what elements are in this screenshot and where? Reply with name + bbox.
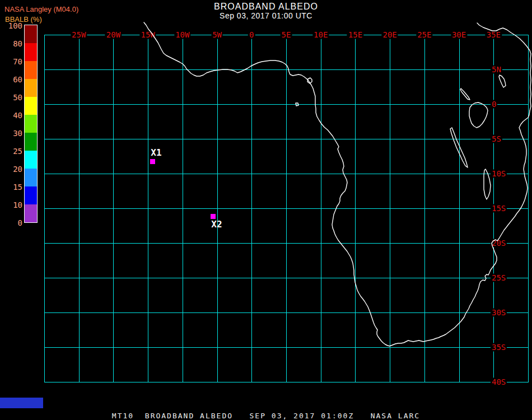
latitude-label: 5S bbox=[491, 135, 502, 143]
colorbar-segment bbox=[25, 186, 37, 204]
lake-victoria bbox=[469, 102, 488, 128]
longitude-label: 5W bbox=[211, 31, 223, 39]
colorbar-tick-label: 10 bbox=[1, 201, 22, 209]
map-marker[interactable] bbox=[211, 214, 216, 219]
latitude-label: 15S bbox=[491, 204, 507, 213]
color-scale-bar bbox=[24, 25, 38, 223]
satellite-image-viewer: BROADBAND ALBEDO Sep 03, 2017 01:00 UTC … bbox=[0, 0, 532, 420]
grid-line-horizontal bbox=[44, 139, 529, 139]
lake-albert bbox=[460, 88, 470, 100]
grid-line-horizontal bbox=[44, 104, 529, 105]
grid-line-horizontal bbox=[44, 382, 529, 382]
grid-line-horizontal bbox=[44, 347, 529, 348]
longitude-label: 10E bbox=[312, 31, 329, 39]
longitude-label: 30E bbox=[451, 31, 467, 39]
longitude-label: 5E bbox=[281, 31, 292, 39]
colorbar-segment bbox=[25, 151, 37, 169]
latitude-label: 25S bbox=[491, 274, 507, 282]
colorbar-tick-label: 40 bbox=[1, 111, 22, 119]
colorbar-tick-label: 50 bbox=[1, 94, 22, 101]
colorbar-tick-label: 70 bbox=[1, 58, 22, 66]
footer-color-box bbox=[0, 398, 43, 408]
latitude-label: 20S bbox=[491, 239, 507, 248]
latitude-label: 30S bbox=[491, 309, 507, 317]
grid-line-horizontal bbox=[44, 312, 529, 313]
latitude-label: 5N bbox=[491, 66, 502, 74]
page-title: BROADBAND ALBEDO bbox=[0, 2, 532, 12]
island-bioko bbox=[307, 78, 312, 83]
africa-coastline bbox=[0, 0, 532, 420]
colorbar-segment bbox=[25, 61, 37, 79]
longitude-label: 25W bbox=[71, 31, 87, 39]
colorbar-tick-label: 100 bbox=[1, 22, 22, 30]
grid-line-horizontal bbox=[44, 208, 529, 209]
colorbar-tick-label: 20 bbox=[1, 165, 22, 173]
coastline-mainland bbox=[144, 22, 531, 346]
colorbar-segment bbox=[25, 115, 37, 133]
colorbar-segment bbox=[25, 43, 37, 61]
status-line: MT10 BROADBAND ALBEDO SEP 03, 2017 01:00… bbox=[0, 412, 532, 420]
colorbar-segment bbox=[25, 79, 37, 97]
colorbar-tick-label: 15 bbox=[1, 183, 22, 191]
colorbar-segment bbox=[25, 133, 37, 151]
longitude-label: 35E bbox=[486, 31, 502, 39]
longitude-label: 15W bbox=[139, 31, 156, 39]
grid-line-horizontal bbox=[44, 278, 529, 278]
grid-line-horizontal bbox=[44, 243, 529, 244]
colorbar-tick-label: 30 bbox=[1, 129, 22, 137]
colorbar-segment bbox=[25, 97, 37, 115]
latitude-label: 10S bbox=[491, 170, 507, 178]
timestamp-subtitle: Sep 03, 2017 01:00 UTC bbox=[0, 11, 532, 20]
data-source-label: NASA Langley (M04.0) bbox=[4, 5, 78, 13]
latitude-label: 40S bbox=[491, 378, 507, 386]
map-marker[interactable] bbox=[150, 159, 155, 164]
colorbar-tick-label: 80 bbox=[1, 40, 22, 48]
map-marker-label: X1 bbox=[151, 148, 161, 157]
colorbar-tick-label: 25 bbox=[1, 147, 22, 155]
map-marker-label: X2 bbox=[211, 220, 222, 229]
colorbar-segment bbox=[25, 204, 37, 222]
colorbar-tick-label: 60 bbox=[1, 76, 22, 83]
longitude-label: 15E bbox=[347, 31, 363, 39]
longitude-label: 0 bbox=[248, 31, 255, 39]
grid-line-horizontal bbox=[44, 69, 529, 70]
latitude-label: 0 bbox=[491, 100, 497, 109]
colorbar-segment bbox=[25, 25, 37, 43]
colorbar-tick-label: 0 bbox=[1, 219, 22, 227]
longitude-label: 20E bbox=[381, 31, 398, 39]
grid-line-horizontal bbox=[44, 174, 529, 174]
lake-turkana bbox=[499, 75, 506, 87]
longitude-label: 10W bbox=[174, 31, 190, 39]
latitude-label: 35S bbox=[491, 343, 507, 352]
longitude-label: 25E bbox=[416, 31, 432, 39]
longitude-label: 20W bbox=[105, 31, 122, 39]
colorbar-segment bbox=[25, 169, 37, 186]
